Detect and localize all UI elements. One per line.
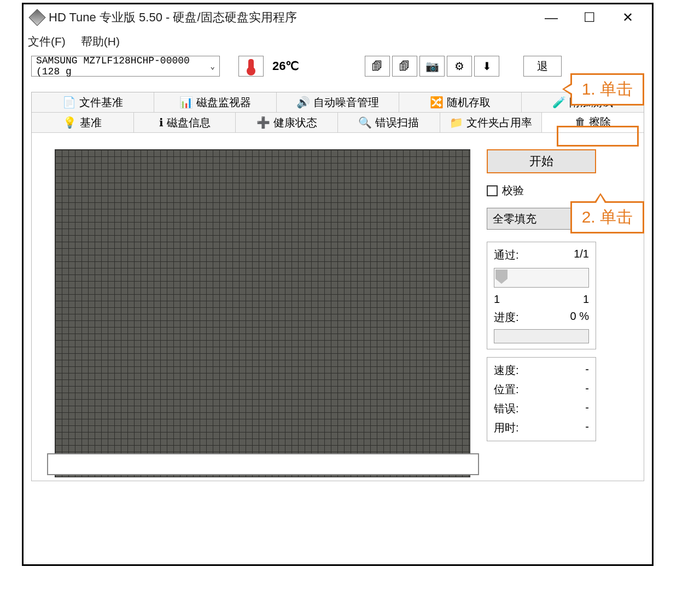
folder-icon: 📁 [450, 116, 463, 129]
position-value: - [585, 382, 589, 397]
progress-bar [494, 329, 589, 343]
menu-help[interactable]: 帮助(H) [81, 34, 120, 49]
tab-folder-usage[interactable]: 📁文件夹占用率 [440, 113, 542, 132]
trash-icon: 🗑 [575, 116, 586, 128]
slider-thumb[interactable] [495, 270, 508, 284]
screenshot-button[interactable]: 📷 [419, 56, 445, 77]
tab-health[interactable]: ➕健康状态 [236, 113, 338, 132]
temperature-value: 26℃ [272, 59, 299, 73]
tab-benchmark[interactable]: 💡基准 [32, 113, 134, 132]
tab-error-scan[interactable]: 🔍错误扫描 [338, 113, 440, 132]
start-button[interactable]: 开始 [487, 149, 596, 173]
pass-slider[interactable] [494, 268, 589, 288]
exit-button[interactable]: 退 [523, 56, 562, 77]
errors-label: 错误: [494, 401, 519, 416]
progress-value: 0 % [570, 310, 589, 325]
time-value: - [585, 420, 589, 435]
copy-text-button[interactable]: 🗐 [365, 56, 390, 77]
range-low: 1 [494, 293, 500, 306]
extra-icon: 🧪 [552, 96, 566, 109]
callout-step1: 1. 单击 [570, 73, 644, 106]
verify-checkbox[interactable] [487, 185, 498, 196]
menu-bar: 文件(F) 帮助(H) [24, 31, 652, 52]
save-button[interactable]: ⬇ [474, 56, 499, 77]
options-button[interactable]: ⚙ [447, 56, 472, 77]
pass-label: 通过: [494, 248, 519, 262]
copy-info-icon: 🗐 [399, 60, 410, 73]
temperature-button[interactable] [238, 56, 264, 77]
tab-disk-monitor[interactable]: 📊磁盘监视器 [154, 92, 277, 112]
verify-label: 校验 [502, 183, 524, 198]
chevron-down-icon: ⌄ [211, 62, 215, 71]
status-input[interactable] [47, 453, 479, 475]
progress-label: 进度: [494, 310, 519, 325]
tab-random-access[interactable]: 🔀随机存取 [399, 92, 522, 112]
speed-label: 速度: [494, 363, 519, 378]
toolbar: SAMSUNG MZ7LF128HCHP-00000 (128 g ⌄ 26℃ … [24, 52, 652, 80]
tab-file-benchmark[interactable]: 📄文件基准 [32, 92, 154, 112]
monitor-icon: 📊 [179, 96, 193, 109]
health-icon: ➕ [256, 116, 270, 129]
copy-info-button[interactable]: 🗐 [392, 56, 417, 77]
window-title: HD Tune 专业版 5.50 - 硬盘/固态硬盘实用程序 [49, 9, 540, 26]
tab-info[interactable]: ℹ磁盘信息 [134, 113, 236, 132]
tab-erase[interactable]: 🗑擦除 [542, 113, 644, 132]
tab-aam[interactable]: 🔊自动噪音管理 [277, 92, 399, 112]
copy-icon: 🗐 [372, 60, 383, 73]
sound-icon: 🔊 [296, 96, 310, 109]
callout-step2: 2. 单击 [570, 201, 644, 233]
search-icon: 🔍 [358, 116, 372, 129]
camera-icon: 📷 [425, 60, 439, 73]
info-icon: ℹ [159, 116, 164, 129]
bulb-icon: 💡 [63, 116, 77, 129]
menu-file[interactable]: 文件(F) [28, 34, 66, 49]
errors-value: - [585, 401, 589, 416]
pass-value: 1/1 [574, 248, 589, 262]
exit-label: 退 [537, 59, 548, 74]
app-icon [28, 9, 45, 26]
range-high: 1 [583, 293, 589, 306]
download-icon: ⬇ [482, 60, 492, 73]
pass-panel: 通过:1/1 11 进度:0 % [487, 242, 596, 349]
maximize-button[interactable]: ☐ [579, 9, 600, 26]
drive-select-text: SAMSUNG MZ7LF128HCHP-00000 (128 g [36, 55, 211, 77]
title-bar: HD Tune 专业版 5.50 - 硬盘/固态硬盘实用程序 — ☐ ✕ [24, 4, 652, 31]
position-label: 位置: [494, 382, 519, 397]
gear-icon: ⚙ [454, 60, 464, 73]
minimize-button[interactable]: — [540, 9, 562, 26]
time-label: 用时: [494, 420, 519, 435]
thermometer-icon [248, 59, 254, 73]
erase-map-grid [55, 149, 470, 477]
stats-panel: 速度:- 位置:- 错误:- 用时:- [487, 357, 596, 441]
drive-select[interactable]: SAMSUNG MZ7LF128HCHP-00000 (128 g ⌄ [31, 56, 220, 77]
tab-container: 📄文件基准 📊磁盘监视器 🔊自动噪音管理 🔀随机存取 🧪附加测试 💡基准 ℹ磁盘… [31, 92, 644, 481]
close-button[interactable]: ✕ [617, 9, 639, 26]
speed-value: - [585, 363, 589, 378]
random-icon: 🔀 [430, 96, 444, 109]
file-benchmark-icon: 📄 [62, 96, 76, 109]
